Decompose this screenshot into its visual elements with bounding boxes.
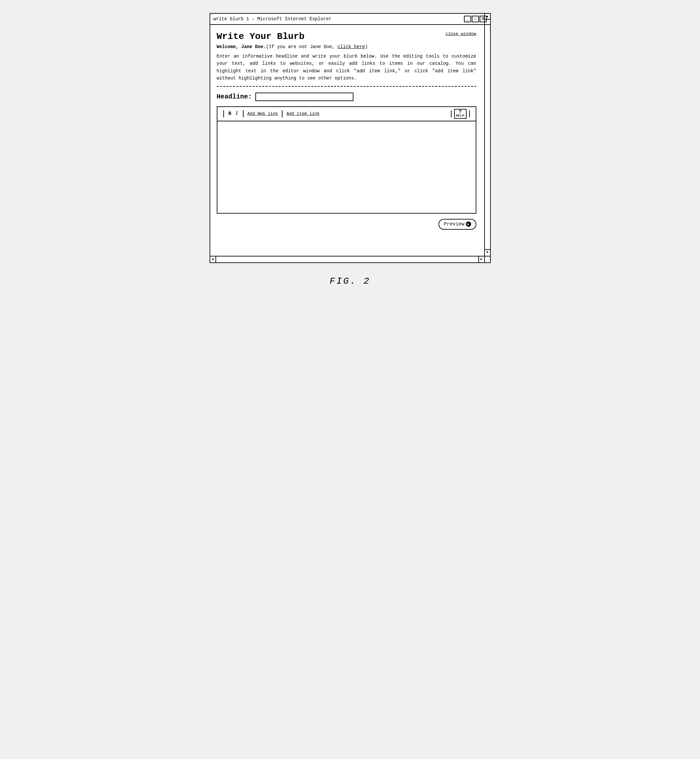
- title-bar-text: write blurb 1 – Microsoft Internet Explo…: [214, 16, 331, 22]
- headline-row: Headline:: [217, 92, 477, 101]
- welcome-bold-text: Welcome, Jane Doe.: [217, 44, 266, 49]
- help-label: HELP: [456, 114, 465, 118]
- help-question-mark: ?: [459, 110, 461, 114]
- toolbar-divider-mid: [243, 110, 244, 117]
- toolbar-right: ? HELP: [448, 109, 472, 119]
- scroll-left-button[interactable]: ◄: [210, 257, 216, 262]
- content-area: Write Your Blurb close window Welcome, J…: [210, 25, 484, 256]
- preview-button[interactable]: Preview ▶: [438, 219, 476, 230]
- add-web-link-button[interactable]: Add Web link: [246, 111, 280, 117]
- toolbar-divider-left: [223, 110, 224, 117]
- title-bar-buttons: _ □ X: [464, 16, 487, 22]
- editor-body: [217, 121, 476, 213]
- help-button[interactable]: ? HELP: [454, 109, 467, 119]
- editor-textarea[interactable]: [217, 121, 476, 213]
- scroll-down-button[interactable]: ▼: [485, 249, 490, 255]
- title-bar: write blurb 1 – Microsoft Internet Explo…: [210, 14, 490, 25]
- scroll-right-button[interactable]: ►: [478, 257, 484, 262]
- close-window-link[interactable]: close window: [445, 31, 477, 36]
- editor-container: B I Add Web link Add item link ? HELP: [217, 106, 477, 214]
- maximize-button[interactable]: □: [472, 16, 479, 22]
- dashed-divider: [217, 86, 477, 87]
- click-here-link[interactable]: click here: [338, 44, 365, 49]
- scrollbar-bottom: ◄ ►: [210, 256, 490, 262]
- toolbar-divider-after-help: [469, 110, 470, 117]
- italic-button[interactable]: I: [233, 110, 240, 117]
- welcome-close-paren: ): [365, 44, 367, 49]
- editor-toolbar: B I Add Web link Add item link ? HELP: [217, 107, 476, 121]
- preview-arrow-icon: ▶: [466, 221, 471, 227]
- toolbar-divider-right: [451, 110, 452, 117]
- figure-caption: FIG. 2: [330, 276, 370, 286]
- preview-label: Preview: [444, 221, 464, 227]
- headline-input[interactable]: [255, 92, 353, 101]
- minimize-button[interactable]: _: [464, 16, 471, 22]
- headline-label: Headline:: [217, 93, 252, 100]
- preview-row: Preview ▶: [217, 219, 477, 230]
- welcome-line: Welcome, Jane Doe.(If you are not Jane D…: [217, 44, 477, 49]
- bold-button[interactable]: B: [227, 110, 233, 117]
- page-title: Write Your Blurb: [217, 31, 305, 42]
- page-header: Write Your Blurb close window: [217, 31, 477, 42]
- description-text: Enter an informative headline and write …: [217, 53, 477, 82]
- scroll-up-button[interactable]: ▲: [485, 14, 490, 20]
- scrollbar-right: ▲ ▼: [484, 14, 490, 262]
- welcome-normal-text: (If you are not Jane Doe,: [266, 44, 338, 49]
- toolbar-divider-mid2: [282, 110, 283, 117]
- browser-window: write blurb 1 – Microsoft Internet Explo…: [209, 13, 491, 263]
- add-item-link-button[interactable]: Add item link: [285, 111, 321, 117]
